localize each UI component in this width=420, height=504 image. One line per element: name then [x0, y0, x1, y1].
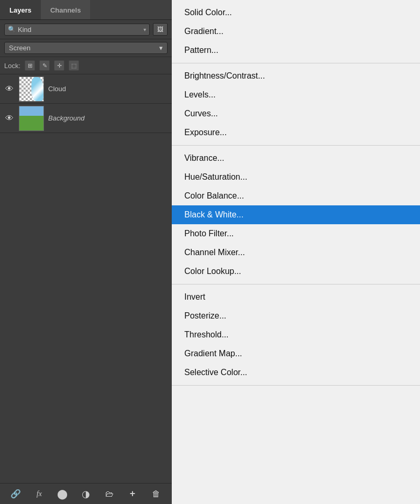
- eye-icon: 👁: [5, 114, 14, 123]
- menu-item[interactable]: Photo Filter...: [172, 224, 420, 243]
- filter-row: 🔍 Kind ▾ 🖼: [0, 20, 172, 39]
- bottom-toolbar: 🔗 fx ⬤ ◑ 🗁 + 🗑: [0, 483, 172, 504]
- menu-item[interactable]: Color Lookup...: [172, 262, 420, 281]
- trash-icon: 🗑: [152, 489, 160, 499]
- brush-icon: ✎: [42, 62, 47, 69]
- eye-icon: 👁: [5, 84, 14, 94]
- add-adjustment-button[interactable]: ◑: [79, 487, 93, 501]
- menu-item[interactable]: Channel Mixer...: [172, 243, 420, 262]
- blend-chevron-icon: ▾: [159, 44, 163, 52]
- tab-layers[interactable]: Layers: [0, 0, 41, 19]
- menu-item[interactable]: Threshold...: [172, 325, 420, 344]
- menu-item[interactable]: Gradient...: [172, 22, 420, 41]
- image-icon: 🖼: [157, 26, 163, 33]
- menu-section-2: Vibrance...Hue/Saturation...Color Balanc…: [172, 146, 420, 284]
- lock-brush-button[interactable]: ✎: [39, 60, 50, 71]
- grid-icon: ⊞: [28, 62, 32, 69]
- layer-name-background: Background: [48, 114, 84, 122]
- menu-item[interactable]: Levels...: [172, 85, 420, 104]
- lock-move-button[interactable]: ✛: [54, 60, 64, 71]
- menu-item[interactable]: Vibrance...: [172, 149, 420, 168]
- menu-section-0: Solid Color...Gradient...Pattern...: [172, 0, 420, 63]
- list-item[interactable]: 👁 Background: [0, 104, 172, 133]
- blend-mode-dropdown[interactable]: Screen ▾: [4, 42, 168, 54]
- layer-name-cloud: Cloud: [48, 85, 66, 93]
- link-icon: 🔗: [10, 489, 21, 499]
- visibility-toggle-background[interactable]: 👁: [4, 113, 15, 124]
- menu-item[interactable]: Color Balance...: [172, 187, 420, 205]
- tabs-row: Layers Channels: [0, 0, 172, 20]
- kind-dropdown[interactable]: 🔍 Kind ▾: [4, 24, 150, 36]
- adjustment-icon: ◑: [82, 488, 90, 500]
- menu-item[interactable]: Posterize...: [172, 306, 420, 325]
- link-button[interactable]: 🔗: [8, 487, 23, 501]
- lock-row: Lock: ⊞ ✎ ✛ ⬚: [0, 57, 172, 74]
- menu-item[interactable]: Selective Color...: [172, 363, 420, 382]
- menu-item[interactable]: Brightness/Contrast...: [172, 67, 420, 85]
- menu-item[interactable]: Curves...: [172, 104, 420, 123]
- menu-item[interactable]: Hue/Saturation...: [172, 168, 420, 187]
- add-layer-mask-button[interactable]: ⬤: [55, 487, 70, 501]
- lock-all-button[interactable]: ⬚: [69, 60, 79, 71]
- fx-button[interactable]: fx: [32, 487, 47, 501]
- new-layer-button[interactable]: +: [125, 487, 140, 501]
- delete-layer-button[interactable]: 🗑: [149, 487, 163, 501]
- layer-thumbnail-background: [19, 106, 44, 131]
- layers-panel: Layers Channels 🔍 Kind ▾ 🖼 Screen ▾ Lock…: [0, 0, 172, 504]
- fx-icon: fx: [37, 490, 42, 498]
- menu-item[interactable]: Gradient Map...: [172, 344, 420, 363]
- search-icon: 🔍: [8, 26, 16, 33]
- folder-icon: 🗁: [105, 489, 114, 499]
- move-icon: ✛: [57, 62, 62, 69]
- tab-channels[interactable]: Channels: [41, 0, 91, 19]
- visibility-toggle-cloud[interactable]: 👁: [4, 84, 15, 94]
- chevron-down-icon: ▾: [143, 27, 146, 32]
- blend-mode-row: Screen ▾: [0, 39, 172, 57]
- layers-list: 👁 Cloud 👁 Background: [0, 74, 172, 504]
- menu-section-3: InvertPosterize...Threshold...Gradient M…: [172, 284, 420, 386]
- menu-item[interactable]: Solid Color...: [172, 3, 420, 22]
- dropdown-menu: Solid Color...Gradient...Pattern...Brigh…: [172, 0, 420, 504]
- lock-pixels-button[interactable]: ⊞: [25, 60, 35, 71]
- mask-icon: ⬤: [57, 488, 68, 500]
- frame-icon: ⬚: [71, 62, 76, 69]
- menu-item[interactable]: Pattern...: [172, 41, 420, 60]
- add-layer-icon: +: [130, 488, 136, 499]
- layer-thumbnail-cloud: [19, 76, 44, 102]
- menu-item[interactable]: Exposure...: [172, 123, 420, 142]
- menu-item[interactable]: Black & White...: [172, 205, 420, 224]
- menu-section-1: Brightness/Contrast...Levels...Curves...…: [172, 63, 420, 146]
- filter-image-button[interactable]: 🖼: [153, 23, 168, 36]
- new-group-button[interactable]: 🗁: [102, 487, 117, 501]
- menu-item[interactable]: Invert: [172, 288, 420, 306]
- list-item[interactable]: 👁 Cloud: [0, 74, 172, 104]
